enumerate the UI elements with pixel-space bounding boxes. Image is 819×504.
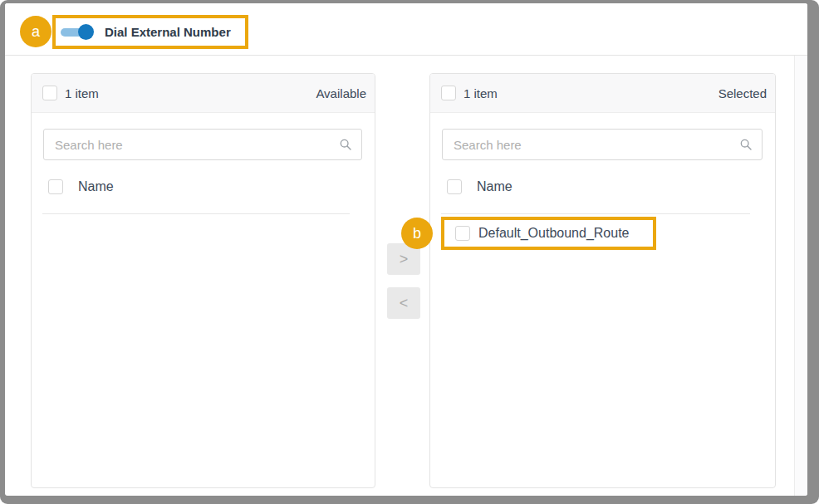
available-header-divider — [42, 213, 350, 214]
available-panel-header: 1 item Available — [32, 74, 375, 113]
available-name-header-label: Name — [78, 179, 114, 194]
available-search-input[interactable] — [43, 129, 362, 160]
move-left-button[interactable]: < — [387, 287, 420, 319]
selected-select-all-checkbox[interactable] — [441, 86, 456, 100]
annotation-badge-a-label: a — [32, 23, 40, 41]
available-select-all-checkbox[interactable] — [42, 86, 57, 100]
available-count: 1 item — [65, 86, 99, 100]
available-search — [43, 129, 362, 160]
selected-panel-header: 1 item Selected — [430, 74, 775, 113]
available-title: Available — [316, 86, 366, 100]
page-content: a Dial External Number 1 item Available — [5, 3, 807, 496]
selected-name-header-row: Name — [430, 160, 775, 213]
toggle-thumb — [78, 24, 94, 40]
annotation-badge-b: b — [401, 218, 433, 249]
row-checkbox[interactable] — [455, 226, 470, 241]
window-frame: a Dial External Number 1 item Available — [0, 0, 819, 504]
vertical-scrollbar-track[interactable] — [794, 56, 807, 496]
search-icon — [339, 138, 352, 151]
toggle-label: Dial External Number — [105, 25, 231, 39]
available-name-header-checkbox[interactable] — [48, 179, 63, 194]
available-name-header-row: Name — [32, 160, 375, 213]
selected-title: Selected — [718, 86, 767, 100]
selected-search-input[interactable] — [442, 129, 763, 160]
selected-search — [442, 129, 763, 160]
annotation-badge-a: a — [20, 16, 51, 47]
search-icon — [739, 138, 753, 151]
selected-panel: 1 item Selected Name Default_Outbound_Ro… — [429, 73, 776, 488]
row-name-label: Default_Outbound_Route — [478, 226, 629, 241]
toggle-section: a Dial External Number — [5, 3, 807, 56]
dial-external-number-toggle[interactable] — [61, 24, 94, 40]
available-panel: 1 item Available Name — [31, 73, 375, 488]
table-row-default-outbound-route[interactable]: Default_Outbound_Route — [430, 214, 775, 252]
annotation-box-a: Dial External Number — [52, 15, 248, 49]
selected-count: 1 item — [463, 86, 498, 100]
selected-name-header-checkbox[interactable] — [447, 179, 462, 194]
annotation-badge-b-label: b — [413, 225, 421, 242]
selected-name-header-label: Name — [477, 179, 512, 194]
